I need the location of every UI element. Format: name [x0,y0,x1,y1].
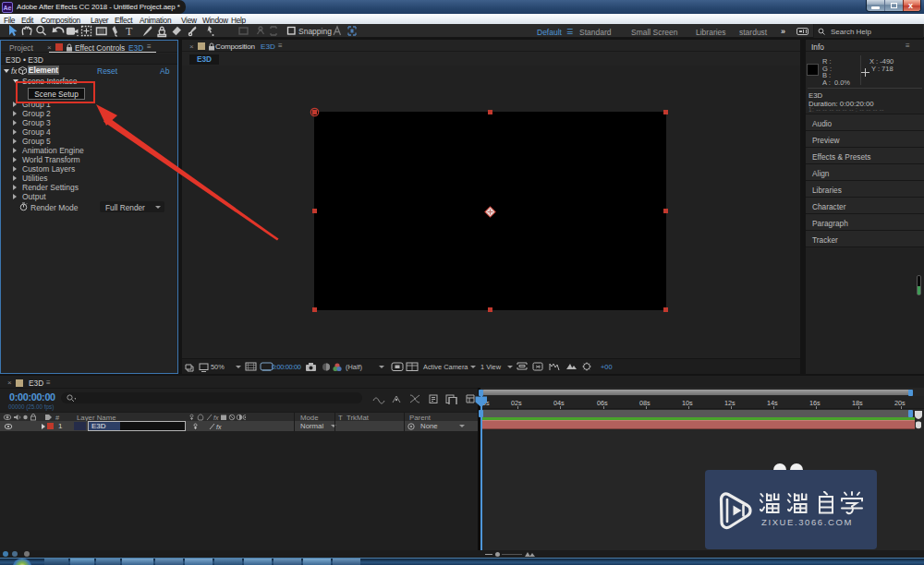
svg-text:#: # [55,414,60,421]
svg-text:fx: fx [216,424,222,430]
svg-text:T: T [126,25,133,38]
svg-text:Snapping: Snapping [298,27,332,36]
svg-text:fx: fx [213,415,219,421]
